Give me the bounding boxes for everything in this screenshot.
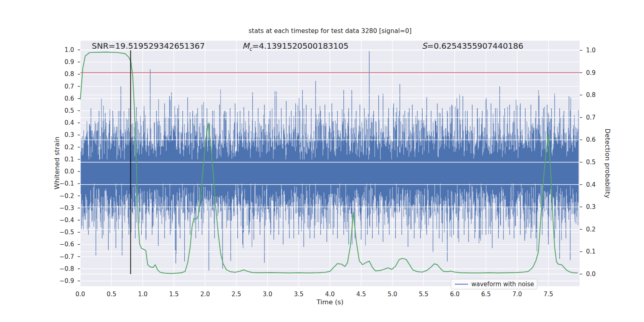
y-tick-label-left: 0.2 bbox=[49, 144, 74, 151]
x-tick-label: 7.5 bbox=[539, 291, 557, 297]
y-tick-label-right: 0.2 bbox=[586, 226, 611, 233]
y-tick-label-left: −0.7 bbox=[49, 253, 74, 260]
x-tick-label: 3.5 bbox=[290, 291, 308, 297]
y-tick-label-left: 0.7 bbox=[49, 83, 74, 90]
figure: stats at each timestep for test data 328… bbox=[0, 0, 644, 322]
snr-label: SNR bbox=[92, 41, 109, 51]
y-tick-label-right: 0.1 bbox=[586, 248, 611, 255]
y-tick-label-left: −0.2 bbox=[49, 192, 74, 200]
snr-value: =19.519529342651367 bbox=[109, 41, 205, 51]
y-tick-label-left: −0.8 bbox=[49, 265, 74, 272]
score-symbol: S bbox=[422, 41, 427, 51]
legend-label: waveform with noise bbox=[471, 281, 534, 288]
x-tick-label: 5.5 bbox=[415, 291, 432, 297]
annotation-snr: SNR=19.519529342651367 bbox=[92, 41, 205, 51]
x-tick-label: 4.5 bbox=[352, 291, 370, 297]
x-tick-label: 6.5 bbox=[477, 291, 495, 297]
y-tick-label-right: 0.5 bbox=[586, 159, 611, 166]
y-tick-label-left: −0.9 bbox=[49, 277, 74, 285]
x-tick-label: 6.0 bbox=[446, 291, 464, 297]
y-tick-label-right: 1.0 bbox=[586, 47, 611, 54]
y-tick-label-left: 0.4 bbox=[49, 119, 74, 126]
y-tick-label-left: −0.3 bbox=[49, 204, 74, 212]
y-tick-label-left: −0.1 bbox=[49, 180, 74, 187]
y-tick-label-left: 0.0 bbox=[49, 168, 74, 175]
y-tick-label-left: 0.1 bbox=[49, 156, 74, 163]
mc-value: =4.1391520500183105 bbox=[252, 41, 348, 51]
x-tick-label: 4.0 bbox=[321, 291, 339, 297]
score-value: =0.6254355907440186 bbox=[427, 41, 523, 51]
y-tick-label-left: 0.3 bbox=[49, 131, 74, 138]
x-tick-label: 2.0 bbox=[196, 291, 214, 297]
x-tick-label: 1.5 bbox=[165, 291, 183, 297]
chart-title: stats at each timestep for test data 328… bbox=[80, 27, 580, 35]
y-tick-label-left: −0.5 bbox=[49, 229, 74, 236]
y-tick-label-right: 0.9 bbox=[586, 69, 611, 76]
y-tick-label-left: −0.4 bbox=[49, 217, 74, 224]
x-tick-label: 7.0 bbox=[508, 291, 526, 297]
x-axis-label: Time (s) bbox=[80, 298, 580, 306]
y-tick-label-right: 0.4 bbox=[586, 181, 611, 188]
mc-symbol: M bbox=[242, 41, 249, 51]
y-tick-label-left: 1.0 bbox=[49, 46, 74, 54]
legend-line-sample bbox=[455, 284, 468, 285]
y-tick-label-left: 0.5 bbox=[49, 107, 74, 114]
x-tick-label: 1.0 bbox=[134, 291, 152, 297]
annotation-score: S=0.6254355907440186 bbox=[422, 41, 523, 51]
y-tick-label-right: 0.7 bbox=[586, 114, 611, 121]
x-tick-label: 5.0 bbox=[384, 291, 401, 297]
y-tick-label-left: −0.6 bbox=[49, 241, 74, 248]
x-tick-label: 3.0 bbox=[259, 291, 277, 297]
legend: waveform with noise bbox=[451, 279, 537, 289]
y-tick-label-right: 0.6 bbox=[586, 136, 611, 143]
x-tick-label: 2.5 bbox=[227, 291, 245, 297]
x-tick-label: 0.5 bbox=[103, 291, 120, 297]
y-tick-label-right: 0.0 bbox=[586, 270, 611, 278]
x-tick-label: 0.0 bbox=[72, 291, 89, 297]
y-tick-label-right: 0.8 bbox=[586, 91, 611, 99]
y-tick-label-left: 0.9 bbox=[49, 58, 74, 66]
annotation-chirp-mass: Mc=4.1391520500183105 bbox=[242, 41, 349, 52]
y-tick-label-left: 0.8 bbox=[49, 70, 74, 78]
y-tick-label-left: 0.6 bbox=[49, 95, 74, 102]
y-tick-label-right: 0.3 bbox=[586, 203, 611, 211]
